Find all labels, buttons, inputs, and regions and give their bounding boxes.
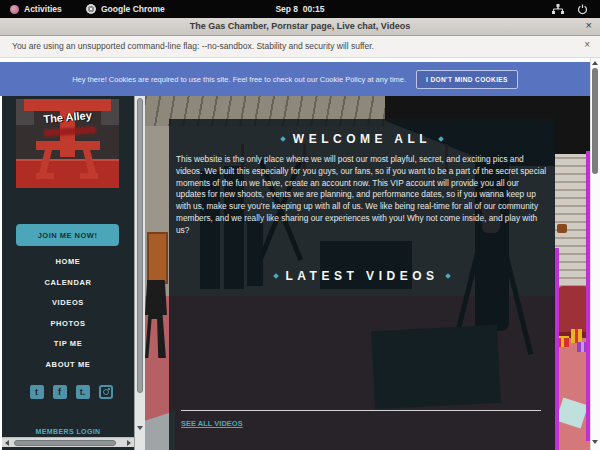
flag-warning-text: You are using an unsupported command-lin… [12, 41, 374, 51]
cookie-notice-bar: Hey there! Cookies are required to use t… [0, 62, 590, 96]
join-me-now-button[interactable]: JOIN ME NOW! [16, 224, 119, 246]
system-top-bar: Activities Google Chrome Sep 8 00:15 [0, 0, 600, 18]
scroll-up-icon[interactable] [592, 61, 598, 65]
facebook-icon[interactable]: f [53, 385, 67, 399]
sidebar-hscroll-thumb[interactable] [14, 440, 116, 446]
page-vertical-scrollbar[interactable] [590, 58, 600, 450]
infobar-close-button[interactable]: × [584, 39, 590, 50]
social-links-row: t f t. [2, 385, 134, 399]
window-titlebar: The Gas Chamber, Pornstar page, Live cha… [0, 18, 600, 36]
browser-viewport: Hey there! Cookies are required to use t… [0, 58, 600, 450]
network-tray-icon[interactable] [552, 0, 564, 18]
star-icon [438, 136, 444, 142]
window-title: The Gas Chamber, Pornstar page, Live cha… [0, 21, 600, 31]
clock[interactable]: Sep 8 00:15 [0, 0, 600, 18]
main-panel: WELCOME ALL This website is the only pla… [169, 119, 555, 450]
sidebar-vscroll-thumb[interactable] [137, 98, 143, 393]
logo-structure [36, 173, 54, 179]
instagram-icon[interactable] [99, 385, 113, 399]
logo-structure [80, 173, 98, 179]
network-icon [552, 4, 564, 15]
tumblr-icon[interactable]: t. [76, 385, 90, 399]
scroll-right-icon[interactable] [127, 440, 131, 446]
clock-text: Sep 8 00:15 [275, 4, 324, 14]
sidebar-item-about-me[interactable]: ABOUT ME [2, 360, 134, 369]
photo-door [147, 232, 168, 284]
sidebar-item-videos[interactable]: VIDEOS [2, 298, 134, 307]
photo-pink-floor [554, 338, 590, 450]
instagram-flash [108, 388, 110, 390]
window-close-button[interactable]: × [586, 19, 592, 31]
background-photo: WELCOME ALL This website is the only pla… [145, 96, 590, 450]
star-icon [446, 274, 452, 280]
cookie-accept-button[interactable]: I DON'T MIND COOKIES [416, 70, 518, 89]
divider [181, 410, 541, 411]
scroll-left-icon[interactable] [5, 440, 9, 446]
sidebar-item-tip-me[interactable]: TIP ME [2, 339, 134, 348]
logo-floor [16, 159, 119, 188]
page-content: The Alley JOIN ME NOW! HOME CALENDAR VID… [0, 96, 590, 450]
sidebar-vertical-scrollbar[interactable] [134, 96, 145, 450]
see-all-videos-link[interactable]: SEE ALL VIDEOS [181, 419, 243, 428]
twitter-icon[interactable]: t [30, 385, 44, 399]
power-icon [577, 4, 588, 15]
site-logo[interactable]: The Alley [16, 99, 119, 188]
flag-warning-infobar: You are using an unsupported command-lin… [0, 36, 600, 58]
sidebar: The Alley JOIN ME NOW! HOME CALENDAR VID… [2, 96, 134, 450]
power-tray-icon[interactable] [577, 0, 588, 18]
scroll-down-icon[interactable] [137, 426, 143, 430]
members-login-link[interactable]: MEMBERS LOGIN [2, 428, 134, 435]
sidebar-item-home[interactable]: HOME [2, 257, 134, 266]
cookie-notice-text: Hey there! Cookies are required to use t… [72, 75, 406, 84]
welcome-heading-row: WELCOME ALL [169, 132, 555, 146]
welcome-heading: WELCOME ALL [293, 132, 431, 146]
star-icon [273, 274, 279, 280]
photo-gift-box [571, 329, 582, 343]
page-scrollbar-thumb[interactable] [592, 68, 598, 174]
welcome-paragraph: This website is the only place where we … [176, 154, 548, 236]
screen: Activities Google Chrome Sep 8 00:15 Th [0, 0, 600, 450]
latest-videos-heading: LATEST VIDEOS [286, 269, 439, 283]
sidebar-item-calendar[interactable]: CALENDAR [2, 278, 134, 287]
sidebar-horizontal-scrollbar[interactable] [2, 437, 134, 447]
latest-videos-heading-row: LATEST VIDEOS [169, 269, 555, 283]
scroll-down-icon[interactable] [592, 440, 598, 444]
star-icon [280, 136, 286, 142]
sidebar-item-photos[interactable]: PHOTOS [2, 319, 134, 328]
photo-wall-fixture [557, 224, 567, 233]
